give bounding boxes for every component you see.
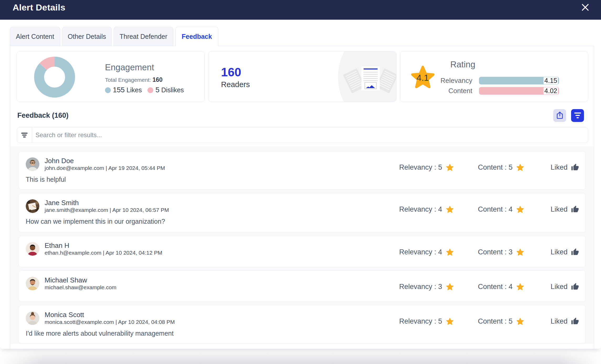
feedback-comment: How can we implement this in our organiz… (26, 217, 579, 225)
star-icon (516, 164, 524, 171)
stats-row: Engagement Total Engagement: 160 155 Lik… (17, 51, 588, 102)
modal-title: Alert Details (13, 2, 65, 13)
star-icon (446, 318, 454, 325)
content-rating: Content : 4 (478, 203, 524, 215)
content-label: Content (438, 87, 472, 95)
readers-label: Readers (221, 80, 250, 89)
tab-bar: Alert Content Other Details Threat Defen… (10, 27, 218, 46)
share-export-icon (556, 111, 563, 119)
liked-status: Liked (551, 203, 579, 215)
rating-title: Rating (450, 60, 559, 69)
content-rating: Content : 3 (478, 246, 524, 258)
relevancy-rating: Relevancy : 4 (399, 246, 454, 258)
filter-icon (574, 112, 581, 119)
documents-illustration-icon (330, 56, 396, 95)
star-icon (516, 318, 524, 325)
alert-details-modal: Alert Details Alert Content Other Detail… (0, 0, 601, 349)
search-bar (17, 127, 588, 143)
thumb-up-icon (571, 205, 579, 213)
dislikes-dot-icon (147, 87, 153, 93)
dislikes-value: 5 (155, 86, 159, 94)
engagement-legend: 155 Likes 5 Dislikes (105, 86, 184, 94)
modal-header: Alert Details (0, 0, 601, 20)
dislikes-label: Dislikes (161, 86, 184, 94)
filter-button[interactable] (571, 109, 584, 122)
tab-threat-defender[interactable]: Threat Defender (114, 27, 173, 46)
liked-status: Liked (551, 246, 579, 258)
star-icon (446, 164, 454, 171)
content-bar: 4.02 (479, 87, 559, 95)
feedback-row: Ethan H ethan.h@example.com | Apr 10 202… (19, 236, 586, 267)
relevancy-rating: Relevancy : 3 (399, 281, 454, 293)
feedback-list: John Doe john.doe@example.com | Apr 19 2… (10, 146, 594, 344)
readers-count: 160 (221, 66, 250, 78)
feedback-row: Jane Smith jane.smith@example.com | Apr … (19, 193, 586, 233)
feedback-tab-panel: Engagement Total Engagement: 160 155 Lik… (10, 46, 594, 349)
close-button[interactable] (581, 3, 589, 11)
liked-status: Liked (551, 315, 579, 327)
feedback-list-header: Feedback (160) (17, 109, 594, 122)
engagement-donut-chart (34, 57, 75, 98)
star-icon (446, 249, 454, 256)
relevancy-rating-row: Relevancy 4.15 (438, 77, 559, 85)
star-icon (516, 283, 524, 290)
likes-label: Likes (126, 86, 142, 94)
close-icon (581, 3, 589, 11)
relevancy-rating: Relevancy : 4 (399, 203, 454, 215)
relevancy-rating: Relevancy : 5 (399, 161, 454, 173)
likes-value: 155 (113, 86, 125, 94)
liked-status: Liked (551, 161, 579, 173)
star-icon (516, 206, 524, 213)
thumb-up-icon (571, 317, 579, 325)
engagement-card: Engagement Total Engagement: 160 155 Lik… (17, 51, 205, 102)
content-value: 4.02 (544, 87, 558, 94)
content-rating-row: Content 4.02 (438, 87, 559, 95)
feedback-count-title: Feedback (160) (17, 111, 68, 120)
feedback-row: Monica Scott monica.scott@example.com | … (19, 305, 586, 344)
average-rating-value: 4.1 (410, 64, 436, 90)
relevancy-bar: 4.15 (479, 77, 559, 84)
export-button[interactable] (553, 109, 566, 122)
thumb-up-icon (571, 163, 579, 171)
search-filter-icon (17, 127, 32, 143)
liked-status: Liked (551, 281, 579, 293)
readers-card: 160 Readers (208, 51, 396, 102)
average-rating-star: 4.1 (410, 64, 436, 90)
content-rating: Content : 4 (478, 281, 524, 293)
search-input[interactable] (32, 127, 588, 143)
relevancy-label: Relevancy (438, 77, 472, 85)
thumb-up-icon (571, 283, 579, 291)
star-icon (446, 206, 454, 213)
rating-card: 4.1 Rating Relevancy 4.15 (400, 51, 588, 102)
feedback-row: John Doe john.doe@example.com | Apr 19 2… (19, 151, 586, 190)
content-rating: Content : 5 (478, 315, 524, 327)
engagement-title: Engagement (105, 63, 184, 72)
feedback-comment: This is helpful (26, 175, 579, 183)
relevancy-rating: Relevancy : 5 (399, 315, 454, 327)
tab-other-details[interactable]: Other Details (62, 27, 112, 46)
thumb-up-icon (571, 248, 579, 256)
feedback-comment: I'd like more alerts about vulnerability… (26, 329, 579, 337)
likes-dot-icon (105, 87, 111, 93)
tab-feedback[interactable]: Feedback (175, 27, 218, 46)
star-icon (516, 249, 524, 256)
content-rating: Content : 5 (478, 161, 524, 173)
star-icon (446, 283, 454, 290)
engagement-total: Total Engagement: 160 (105, 76, 184, 83)
relevancy-value: 4.15 (544, 77, 558, 84)
tab-alert-content[interactable]: Alert Content (10, 27, 60, 46)
modal-drop-shadow (0, 349, 601, 364)
feedback-row: Michael Shaw michael.shaw@example.com Re… (19, 270, 586, 302)
